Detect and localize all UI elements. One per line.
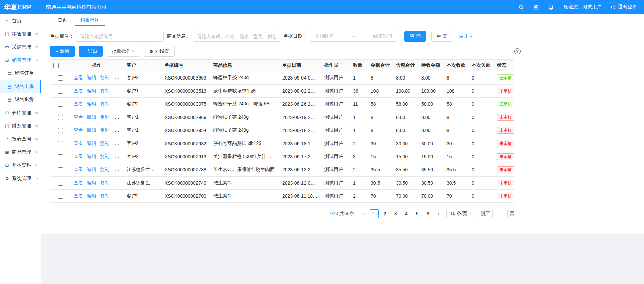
platform-icon[interactable] xyxy=(533,4,539,10)
view-link[interactable]: 查看 xyxy=(74,75,83,80)
sidebar-item[interactable]: ◳ 零售管理 xyxy=(0,27,41,40)
divider xyxy=(85,181,85,185)
receivable-cell: 58.00 xyxy=(418,98,443,111)
view-link[interactable]: 查看 xyxy=(74,88,83,93)
edit-link[interactable]: 编辑 xyxy=(87,140,96,146)
tax-total-cell: 15.00 xyxy=(393,150,418,163)
debt-cell: 0 xyxy=(468,71,494,85)
tax-total-cell: 35.50 xyxy=(393,163,418,177)
view-link[interactable]: 查看 xyxy=(74,140,83,146)
copy-link[interactable]: 复制 xyxy=(100,88,109,93)
page-number-button[interactable]: 5 xyxy=(413,209,422,218)
row-checkbox[interactable] xyxy=(58,89,63,94)
received-cell: 8 xyxy=(443,71,468,85)
row-checkbox[interactable] xyxy=(58,194,63,199)
search-button[interactable]: 查 询 xyxy=(404,31,426,42)
copy-link[interactable]: 复制 xyxy=(100,167,109,172)
page-size-select[interactable]: 10 条/页 xyxy=(446,209,476,218)
jump-page-input[interactable] xyxy=(492,209,508,218)
view-link[interactable]: 查看 xyxy=(74,114,83,120)
edit-link[interactable]: 编辑 xyxy=(87,167,96,172)
copy-link[interactable]: 复制 xyxy=(100,127,109,133)
edit-link[interactable]: 编辑 xyxy=(87,180,96,185)
row-checkbox[interactable] xyxy=(58,115,63,120)
sidebar-item[interactable]: ⊟ 仓库管理 xyxy=(0,106,41,119)
copy-link[interactable]: 复制 xyxy=(100,75,109,80)
receivable-cell: 8.00 xyxy=(418,111,443,124)
row-checkbox[interactable] xyxy=(58,128,63,133)
doc-no-input[interactable] xyxy=(76,31,164,42)
view-link[interactable]: 查看 xyxy=(74,180,83,185)
next-page-button[interactable]: › xyxy=(434,209,442,218)
copy-link[interactable]: 复制 xyxy=(100,193,109,198)
row-checkbox[interactable] xyxy=(58,102,63,107)
edit-link[interactable]: 编辑 xyxy=(87,193,96,198)
edit-link[interactable]: 编辑 xyxy=(87,75,96,80)
row-checkbox[interactable] xyxy=(58,167,63,172)
column-settings-button[interactable]: ⚙ 列设置 xyxy=(144,46,175,57)
sidebar-item[interactable]: ◔ 报表查询 xyxy=(0,132,41,146)
reset-button[interactable]: 重 置 xyxy=(431,31,453,42)
help-icon[interactable]: ? xyxy=(514,48,521,54)
sidebar-item[interactable]: ▤ 销售出库 xyxy=(0,80,41,93)
sidebar-item[interactable]: ▤ 销售退货 xyxy=(0,93,41,106)
row-checkbox[interactable] xyxy=(58,75,63,81)
sidebar-item[interactable]: ⚙ 系统管理 xyxy=(0,172,41,185)
chevron-icon xyxy=(35,32,38,35)
tab[interactable]: 销售出库 xyxy=(75,14,105,26)
chevron-icon xyxy=(35,111,38,114)
logout-button[interactable]: 退出登录 xyxy=(611,4,637,10)
divider xyxy=(111,128,111,132)
prev-page-button[interactable]: ‹ xyxy=(360,209,368,218)
view-link[interactable]: 查看 xyxy=(74,167,83,172)
divider xyxy=(85,141,85,146)
status-cell: 已审核 xyxy=(494,98,514,111)
add-button[interactable]: + 新增 xyxy=(50,46,75,57)
view-link[interactable]: 查看 xyxy=(74,154,83,159)
product-input[interactable] xyxy=(193,31,280,42)
divider xyxy=(98,194,98,198)
expand-link[interactable]: 展开 xyxy=(459,33,472,39)
page-number-button[interactable]: 4 xyxy=(402,209,411,218)
copy-link[interactable]: 复制 xyxy=(100,140,109,146)
page-number-button[interactable]: 3 xyxy=(391,209,400,218)
edit-link[interactable]: 编辑 xyxy=(87,127,96,133)
export-button[interactable]: ↓ 导出 xyxy=(79,46,103,57)
tab[interactable]: 首页 xyxy=(52,14,72,26)
batch-actions-button[interactable]: 批量操作 xyxy=(107,46,140,57)
view-link[interactable]: 查看 xyxy=(74,193,83,198)
sidebar-item[interactable]: ◫ 财务管理 xyxy=(0,119,41,132)
edit-link[interactable]: 编辑 xyxy=(87,101,96,106)
row-checkbox[interactable] xyxy=(58,181,63,186)
select-all-checkbox[interactable] xyxy=(53,63,59,68)
sidebar-item[interactable]: ▭ 采购管理 xyxy=(0,40,41,54)
debt-cell: 0 xyxy=(468,124,494,137)
edit-link[interactable]: 编辑 xyxy=(87,88,96,93)
edit-link[interactable]: 编辑 xyxy=(87,114,96,120)
bell-icon[interactable] xyxy=(548,4,554,10)
menu-label: 首页 xyxy=(12,18,22,24)
view-link[interactable]: 查看 xyxy=(74,127,83,133)
sidebar-item[interactable]: ⌂ 首页 xyxy=(0,14,41,27)
status-badge: 已审核 xyxy=(497,101,514,107)
sidebar-item[interactable]: ▣ 商品管理 xyxy=(0,146,41,159)
page-number-button[interactable]: 2 xyxy=(381,209,389,218)
date-range-picker[interactable]: 开始时间 ~ 结束时间 xyxy=(310,31,397,42)
page-number-button[interactable]: 1 xyxy=(370,209,379,218)
copy-link[interactable]: 复制 xyxy=(100,101,109,106)
page-number-button[interactable]: 6 xyxy=(424,209,432,218)
menu-label: 采购管理 xyxy=(12,44,31,50)
copy-link[interactable]: 复制 xyxy=(100,154,109,159)
row-checkbox[interactable] xyxy=(58,141,63,146)
sidebar-item[interactable]: ▤ 销售订单 xyxy=(0,67,41,80)
edit-link[interactable]: 编辑 xyxy=(87,154,96,159)
sidebar-item[interactable]: ⊞ 销售管理 xyxy=(0,54,41,67)
amount-total-cell: 70 xyxy=(367,190,393,203)
view-link[interactable]: 查看 xyxy=(74,101,83,106)
copy-link[interactable]: 复制 xyxy=(100,180,109,185)
sidebar-item[interactable]: ⊡ 基本资料 xyxy=(0,159,41,172)
row-checkbox[interactable] xyxy=(58,154,63,159)
search-icon[interactable] xyxy=(518,4,524,10)
row-select-cell xyxy=(50,85,70,98)
copy-link[interactable]: 复制 xyxy=(100,114,109,120)
